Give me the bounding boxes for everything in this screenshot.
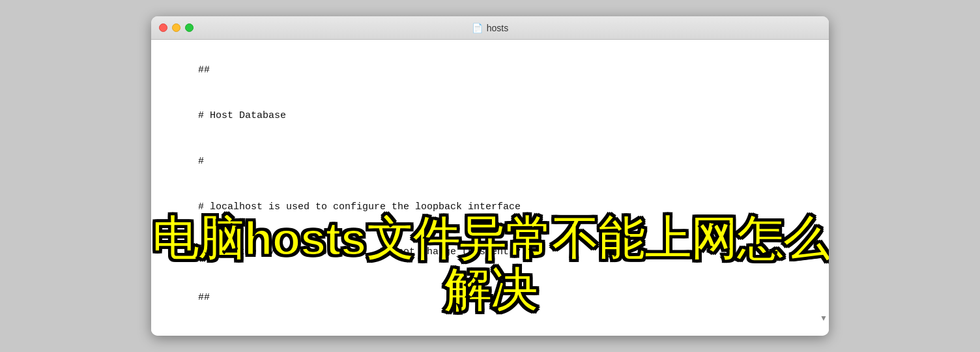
window-title: hosts	[487, 23, 508, 33]
editor-line-3-wrap: #	[163, 139, 817, 184]
editor-line-4: # localhost is used to configure the loo…	[198, 201, 521, 213]
traffic-lights	[159, 23, 194, 32]
close-button[interactable]	[159, 23, 167, 32]
window: 📄 hosts ## # Host Database # # localhost…	[151, 16, 829, 336]
editor-area[interactable]: ## # Host Database # # localhost is used…	[151, 40, 829, 336]
window-title-area: 📄 hosts	[472, 23, 508, 33]
editor-line-1: ##	[198, 65, 210, 76]
editor-line-3: #	[198, 156, 204, 167]
minimize-button[interactable]	[172, 23, 180, 32]
editor-line-2: # Host Database	[198, 110, 286, 121]
maximize-button[interactable]	[185, 23, 194, 32]
editor-content: ##	[163, 48, 817, 93]
editor-line-2-wrap: # Host Database	[163, 93, 817, 139]
overlay-title: 电脑hosts文件异常不能上网怎么解决	[151, 213, 829, 316]
editor-line-7-wrap: 127.0.0.1	[163, 321, 817, 336]
title-bar: 📄 hosts	[151, 16, 829, 40]
file-icon: 📄	[472, 23, 483, 33]
